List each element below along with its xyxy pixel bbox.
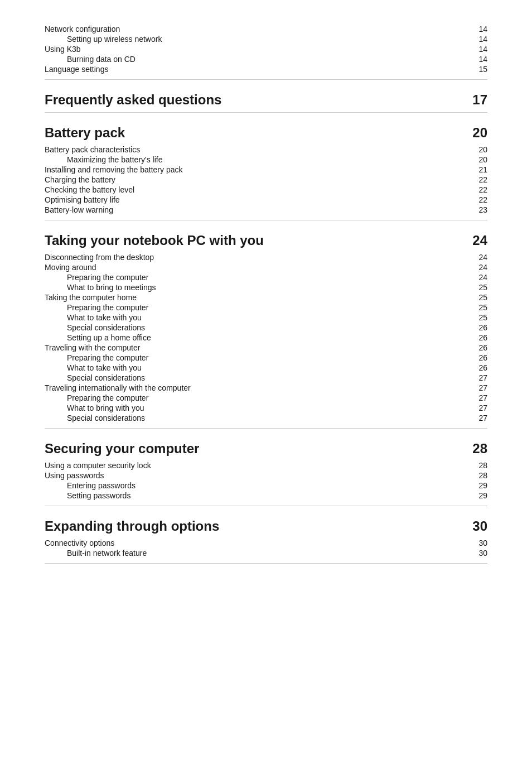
toc-entry: Using K3b14 <box>45 45 487 54</box>
toc-sub-entries: Connectivity options30Built-in network f… <box>45 539 487 558</box>
toc-entry: Preparing the computer26 <box>45 353 487 362</box>
toc-entry-page: 24 <box>471 253 487 262</box>
toc-entry-title: What to bring with you <box>45 403 144 412</box>
toc-entry-page: 22 <box>471 185 487 194</box>
toc-entry-page: 26 <box>471 363 487 372</box>
toc-entry-page: 27 <box>471 403 487 412</box>
toc-entry-page: 15 <box>471 65 487 74</box>
toc-heading-title: Frequently asked questions <box>45 92 221 108</box>
toc-entry-page: 14 <box>471 25 487 33</box>
toc-entry-title: Built-in network feature <box>45 549 147 558</box>
toc-entry-title: Battery-low warning <box>45 205 113 214</box>
toc-entry-title: Battery pack characteristics <box>45 145 140 154</box>
toc-heading-page: 24 <box>465 233 487 248</box>
toc-entry-page: 22 <box>471 175 487 184</box>
toc-entry-title: Preparing the computer <box>45 303 148 312</box>
toc-entry: Setting up wireless network14 <box>45 35 487 44</box>
toc-entry-page: 14 <box>471 55 487 64</box>
toc-entry-title: Optimising battery life <box>45 195 120 204</box>
toc-heading-title: Expanding through options <box>45 518 219 534</box>
toc-entry-page: 26 <box>471 343 487 352</box>
toc-container: Network configuration14Setting up wirele… <box>45 25 487 564</box>
toc-entry: Preparing the computer27 <box>45 393 487 402</box>
toc-entry: Charging the battery22 <box>45 175 487 184</box>
toc-heading-page: 17 <box>465 92 487 108</box>
toc-entry-page: 24 <box>471 263 487 272</box>
toc-entry-page: 26 <box>471 353 487 362</box>
toc-sub-entries: Using a computer security lock28Using pa… <box>45 461 487 500</box>
toc-entries-block-0: Network configuration14Setting up wirele… <box>45 25 487 74</box>
toc-entry-title: Special considerations <box>45 323 145 332</box>
toc-entry-title: Installing and removing the battery pack <box>45 165 182 174</box>
toc-entry-title: Special considerations <box>45 373 145 382</box>
divider <box>45 112 487 113</box>
toc-entry-title: Special considerations <box>45 414 145 422</box>
divider <box>45 220 487 220</box>
toc-section-heading: Frequently asked questions17 <box>45 92 487 108</box>
toc-entry-page: 21 <box>471 165 487 174</box>
toc-heading-page: 28 <box>465 441 487 457</box>
toc-entry-title: Preparing the computer <box>45 273 148 282</box>
toc-entry-page: 14 <box>471 35 487 44</box>
toc-heading-title: Battery pack <box>45 125 125 141</box>
toc-entry-title: Maximizing the battery's life <box>45 155 163 164</box>
toc-entry-page: 25 <box>471 313 487 322</box>
toc-entry-page: 28 <box>471 461 487 470</box>
toc-entry: Using passwords28 <box>45 471 487 480</box>
toc-heading-page: 20 <box>465 125 487 141</box>
toc-entry: Checking the battery level22 <box>45 185 487 194</box>
toc-entry: Battery pack characteristics20 <box>45 145 487 154</box>
toc-entry-page: 27 <box>471 373 487 382</box>
toc-entry-title: Moving around <box>45 263 96 272</box>
toc-entry: What to take with you25 <box>45 313 487 322</box>
toc-entry-title: Taking the computer home <box>45 293 137 302</box>
toc-entry: Preparing the computer25 <box>45 303 487 312</box>
toc-section-heading: Taking your notebook PC with you24 <box>45 233 487 248</box>
toc-entry-page: 25 <box>471 283 487 292</box>
toc-entry-title: Disconnecting from the desktop <box>45 253 154 262</box>
toc-entry: What to bring with you27 <box>45 403 487 412</box>
toc-heading-title: Taking your notebook PC with you <box>45 233 264 248</box>
divider <box>45 563 487 564</box>
toc-entry: Taking the computer home25 <box>45 293 487 302</box>
toc-entry: Traveling with the computer26 <box>45 343 487 352</box>
toc-entry: Preparing the computer24 <box>45 273 487 282</box>
toc-entry-page: 28 <box>471 471 487 480</box>
toc-entry-page: 29 <box>471 481 487 490</box>
toc-entry: Installing and removing the battery pack… <box>45 165 487 174</box>
toc-entry: Special considerations27 <box>45 373 487 382</box>
toc-entry-title: Setting passwords <box>45 491 130 500</box>
toc-entry-page: 30 <box>471 539 487 547</box>
toc-entry-page: 22 <box>471 195 487 204</box>
toc-entry: Using a computer security lock28 <box>45 461 487 470</box>
toc-section-heading: Expanding through options30 <box>45 518 487 534</box>
toc-entry-title: Entering passwords <box>45 481 136 490</box>
toc-entry-title: Traveling with the computer <box>45 343 140 352</box>
toc-entry: Language settings15 <box>45 65 487 74</box>
toc-entry-title: Preparing the computer <box>45 393 148 402</box>
toc-entry: Entering passwords29 <box>45 481 487 490</box>
toc-entry: Moving around24 <box>45 263 487 272</box>
toc-entry-title: Burning data on CD <box>45 55 136 64</box>
toc-entry: What to take with you26 <box>45 363 487 372</box>
toc-entry: What to bring to meetings25 <box>45 283 487 292</box>
toc-entry: Network configuration14 <box>45 25 487 33</box>
toc-entry: Built-in network feature30 <box>45 549 487 558</box>
toc-entry: Battery-low warning23 <box>45 205 487 214</box>
toc-heading-page: 30 <box>465 518 487 534</box>
divider <box>45 79 487 80</box>
toc-section-heading: Securing your computer28 <box>45 441 487 457</box>
toc-entry: Optimising battery life22 <box>45 195 487 204</box>
toc-entry-title: What to take with you <box>45 313 142 322</box>
toc-entry-title: Traveling internationally with the compu… <box>45 383 191 392</box>
toc-entry-page: 27 <box>471 393 487 402</box>
toc-entry-title: What to bring to meetings <box>45 283 156 292</box>
toc-entry-page: 27 <box>471 383 487 392</box>
divider <box>45 428 487 429</box>
toc-entry-page: 30 <box>471 549 487 558</box>
toc-entry-page: 29 <box>471 491 487 500</box>
toc-entry: Connectivity options30 <box>45 539 487 547</box>
toc-entry-page: 23 <box>471 205 487 214</box>
toc-entry-title: Using K3b <box>45 45 81 54</box>
toc-entry-page: 26 <box>471 323 487 332</box>
